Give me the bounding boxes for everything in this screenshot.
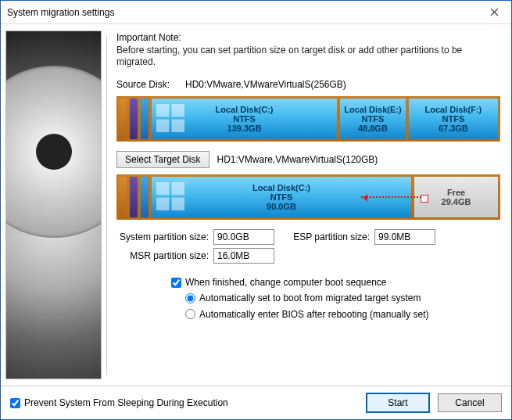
disk-illustration: DISKGENIUS: [5, 31, 102, 379]
footer: Prevent System From Sleeping During Exec…: [1, 386, 511, 419]
svg-rect-7: [172, 198, 185, 211]
msr-size-label: MSR partition size:: [116, 250, 209, 261]
svg-rect-0: [156, 104, 170, 117]
target-free-space[interactable]: Free 29.4GB: [414, 177, 498, 217]
windows-logo-icon: [156, 104, 184, 134]
prevent-sleep-checkbox[interactable]: Prevent System From Sleeping During Exec…: [10, 397, 228, 408]
boot-sequence-checkbox[interactable]: When finished, change computer boot sequ…: [171, 275, 500, 290]
svg-rect-3: [172, 120, 185, 133]
cancel-button[interactable]: Cancel: [438, 393, 502, 412]
note-title: Important Note:: [116, 32, 500, 43]
windows-logo-icon: [156, 182, 184, 212]
window-title: System migration settings: [7, 7, 477, 18]
source-partition-c[interactable]: Local Disk(C:) NTFS 139.3GB: [152, 99, 337, 139]
source-partition-f[interactable]: Local Disk(F:) NTFS 67.3GB: [409, 99, 498, 139]
titlebar: System migration settings: [1, 1, 511, 24]
msr-size-input[interactable]: [213, 248, 274, 264]
sidebar: DISKGENIUS: [1, 24, 106, 386]
resize-arrow-icon: [361, 196, 424, 198]
esp-size-label: ESP partition size:: [292, 232, 370, 242]
enter-bios-radio[interactable]: Automatically enter BIOS after rebooting…: [171, 307, 500, 322]
close-button[interactable]: [477, 1, 511, 24]
auto-boot-target-radio[interactable]: Automatically set to boot from migrated …: [171, 290, 500, 306]
source-partition-e[interactable]: Local Disk(E:) NTFS 48.8GB: [340, 99, 406, 139]
svg-rect-5: [172, 182, 185, 196]
svg-rect-6: [156, 198, 170, 211]
svg-rect-1: [172, 104, 185, 117]
system-size-label: System partition size:: [116, 232, 209, 242]
boot-options: When finished, change computer boot sequ…: [116, 275, 500, 322]
source-disk-label: Source Disk:: [116, 79, 185, 90]
close-icon: [490, 8, 499, 16]
start-button[interactable]: Start: [366, 393, 430, 413]
system-size-input[interactable]: [213, 229, 274, 245]
source-disk-value: HD0:VMware,VMwareVirtualS(256GB): [185, 79, 346, 90]
target-disk-bar: Local Disk(C:) NTFS 90.0GB Free 29.4GB: [116, 174, 500, 220]
select-target-disk-button[interactable]: Select Target Disk: [116, 151, 209, 168]
svg-rect-2: [156, 120, 170, 133]
note-body: Before starting, you can set partition s…: [116, 45, 500, 68]
source-disk-bar: Local Disk(C:) NTFS 139.3GB Local Disk(E…: [116, 96, 500, 142]
target-disk-value: HD1:VMware,VMwareVirtualS(120GB): [217, 154, 378, 165]
svg-rect-4: [156, 182, 170, 196]
esp-size-input[interactable]: [374, 229, 435, 245]
